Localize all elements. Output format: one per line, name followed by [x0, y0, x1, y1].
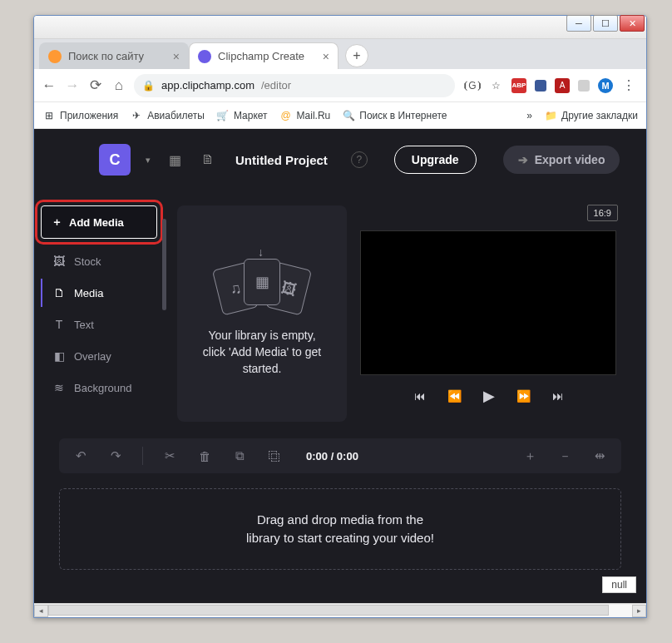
adblock-icon[interactable]: ABP [511, 78, 526, 93]
text-line: started. [203, 360, 321, 377]
sidebar-item-background[interactable]: ≋ Background [41, 373, 157, 402]
media-library-panel: ↓ ♫ ▦ 🖼 Your library is empty, click 'Ad… [177, 205, 347, 422]
text-icon: T [52, 318, 66, 331]
nav-reload-button[interactable]: ⟳ [87, 77, 104, 94]
window-maximize-button[interactable]: ☐ [593, 15, 618, 32]
extension-icons: ⦗G⦘ ☆ ABP A M ⋮ [462, 78, 640, 93]
export-label: Export video [535, 153, 605, 166]
export-video-button[interactable]: ➔ Export video [503, 146, 620, 174]
empty-library-text: Your library is empty, click 'Add Media'… [203, 327, 321, 378]
bookmark-item[interactable]: @Mail.Ru [279, 109, 331, 122]
chevron-down-icon[interactable]: ▾ [146, 155, 151, 166]
browser-tab[interactable]: Поиск по сайту × [39, 42, 189, 69]
sidebar-item-stock[interactable]: 🖼 Stock [41, 247, 157, 275]
duplicate-button[interactable]: ⿻ [266, 449, 283, 463]
nav-back-button[interactable]: ← [41, 77, 57, 94]
bookmark-item[interactable]: 🛒Маркет [216, 109, 268, 122]
skip-end-button[interactable]: ⏭ [552, 389, 564, 403]
sidebar-item-overlay[interactable]: ◧ Overlay [41, 342, 157, 370]
sidebar: ＋ Add Media 🖼 Stock 🗋 Media T Text ◧ Ove… [41, 205, 157, 402]
play-button[interactable]: ▶ [483, 387, 495, 405]
cart-icon: 🛒 [216, 109, 230, 122]
folder-icon: 📁 [544, 109, 557, 122]
app-logo[interactable]: C [99, 144, 131, 176]
rewind-button[interactable]: ⏪ [447, 389, 462, 403]
window-close-button[interactable]: ✕ [620, 15, 645, 32]
sidebar-item-label: Media [74, 287, 103, 299]
redo-button[interactable]: ↷ [107, 448, 124, 463]
window-minimize-button[interactable]: ─ [566, 15, 591, 32]
new-tab-button[interactable]: + [345, 44, 368, 67]
text-line: Drag and drop media from the [246, 511, 434, 530]
zoom-in-button[interactable]: ＋ [521, 448, 538, 464]
copy-button[interactable]: ⧉ [231, 448, 248, 463]
plane-icon: ✈ [130, 109, 143, 122]
scroll-track[interactable] [48, 605, 632, 617]
plus-icon: ＋ [52, 215, 62, 230]
nav-home-button[interactable]: ⌂ [111, 77, 127, 94]
bookmark-star-icon[interactable]: ☆ [488, 78, 503, 93]
bookmark-label: Авиабилеты [147, 110, 205, 121]
other-bookmarks[interactable]: 📁Другие закладки [544, 109, 638, 122]
chevron-right-icon: » [526, 110, 532, 121]
overflow-chevron[interactable]: » [526, 110, 532, 121]
bookmark-item[interactable]: 🔍Поиск в Интернете [342, 109, 447, 122]
bookmark-label: Mail.Ru [297, 110, 331, 121]
fit-button[interactable]: ⇹ [591, 448, 608, 463]
export-arrow-icon: ➔ [518, 153, 528, 166]
scroll-thumb[interactable] [48, 605, 609, 616]
pdf-extension-icon[interactable]: A [555, 78, 570, 93]
timeline-toolbar: ↶ ↷ ✂ 🗑 ⧉ ⿻ 0:00 / 0:00 ＋ － ⇹ [59, 438, 621, 473]
sidebar-item-text[interactable]: T Text [41, 310, 157, 339]
browser-menu-icon[interactable]: ⋮ [621, 78, 636, 93]
favicon-icon [48, 50, 62, 63]
add-media-button[interactable]: ＋ Add Media [41, 205, 157, 239]
lock-icon: 🔒 [142, 80, 155, 92]
nav-forward-button[interactable]: → [64, 77, 81, 94]
extension-icon[interactable] [578, 80, 590, 92]
sidebar-item-label: Stock [74, 255, 101, 268]
scroll-right-button[interactable]: ▸ [632, 605, 646, 617]
delete-button[interactable]: 🗑 [196, 449, 213, 463]
aspect-ratio-badge[interactable]: 16:9 [587, 205, 618, 221]
apps-icon: ⊞ [42, 109, 56, 122]
stock-icon: 🖼 [52, 255, 66, 268]
scroll-left-button[interactable]: ◂ [34, 605, 48, 617]
browser-tab[interactable]: Clipchamp Create × [189, 42, 338, 69]
app-content: C ▾ ▦ 🗎 Untitled Project ? Upgrade ➔ Exp… [34, 129, 646, 603]
tab-close-icon[interactable]: × [323, 50, 329, 63]
at-icon: @ [279, 109, 293, 122]
fast-forward-button[interactable]: ⏩ [516, 389, 531, 403]
zoom-out-button[interactable]: － [556, 448, 573, 464]
help-icon[interactable]: ? [351, 151, 368, 168]
preview-canvas[interactable] [360, 230, 616, 375]
browser-window: ─ ☐ ✕ Поиск по сайту × Clipchamp Create … [33, 15, 647, 618]
video-card-icon: ▦ [244, 259, 280, 305]
sidebar-scrollbar[interactable] [162, 219, 166, 310]
tab-close-icon[interactable]: × [173, 50, 180, 63]
profile-avatar[interactable]: M [598, 78, 613, 93]
file-icon[interactable]: 🗎 [199, 152, 217, 167]
undo-button[interactable]: ↶ [72, 448, 89, 463]
timeline-dropzone[interactable]: Drag and drop media from the library to … [59, 488, 621, 570]
playback-controls: ⏮ ⏪ ▶ ⏩ ⏭ [360, 387, 618, 405]
overlay-icon: ◧ [52, 349, 66, 363]
translate-icon[interactable]: ⦗G⦘ [465, 78, 480, 93]
extension-icon[interactable] [535, 80, 546, 92]
text-line: library to start creating your video! [246, 529, 434, 548]
bookmark-item[interactable]: ✈Авиабилеты [130, 109, 205, 122]
upgrade-button[interactable]: Upgrade [394, 146, 477, 174]
cut-button[interactable]: ✂ [161, 448, 178, 463]
address-bar[interactable]: 🔒 app.clipchamp.com/editor [134, 74, 455, 97]
tab-title: Поиск по сайту [68, 50, 144, 62]
sidebar-item-media[interactable]: 🗋 Media [41, 279, 157, 307]
favicon-icon [198, 50, 211, 63]
horizontal-scrollbar[interactable]: ◂ ▸ [34, 603, 646, 617]
projects-icon[interactable]: ▦ [166, 152, 184, 168]
skip-start-button[interactable]: ⏮ [414, 389, 426, 403]
browser-toolbar: ← → ⟳ ⌂ 🔒 app.clipchamp.com/editor ⦗G⦘ ☆… [34, 69, 646, 102]
project-title[interactable]: Untitled Project [235, 153, 328, 167]
app-header: C ▾ ▦ 🗎 Untitled Project ? Upgrade ➔ Exp… [99, 141, 623, 179]
apps-shortcut[interactable]: ⊞Приложения [42, 109, 118, 122]
download-arrow-icon: ↓ [258, 245, 264, 259]
